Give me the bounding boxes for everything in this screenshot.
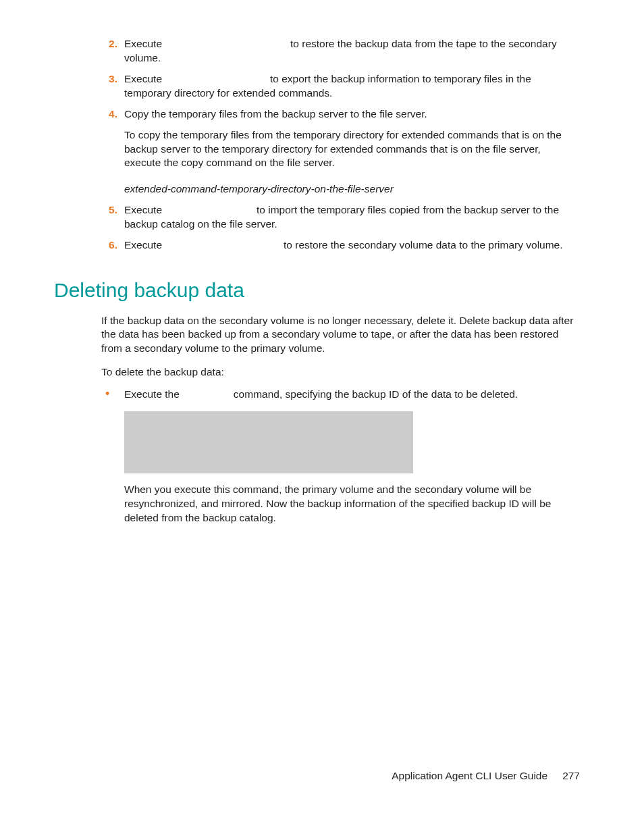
step-text-lead: Execute bbox=[124, 239, 162, 251]
step-text-lead: Execute bbox=[124, 38, 162, 49]
step-text-lead: Execute bbox=[124, 204, 162, 215]
page-number: 277 bbox=[562, 770, 580, 781]
step-text: Copy the temporary files from the backup… bbox=[124, 108, 427, 120]
bullet-icon: • bbox=[105, 388, 109, 400]
bullet-after-paragraph: When you execute this command, the prima… bbox=[124, 483, 580, 525]
step-6: 6. Executeto restore the secondary volum… bbox=[101, 238, 580, 253]
step-paragraph: To copy the temporary files from the tem… bbox=[124, 128, 580, 171]
section-paragraph-2: To delete the backup data: bbox=[101, 365, 580, 380]
step-number: 5. bbox=[101, 203, 117, 217]
step-4: 4. Copy the temporary files from the bac… bbox=[101, 107, 580, 197]
step-text-rest: to import the temporary files copied fro… bbox=[257, 204, 541, 215]
page-footer: Application Agent CLI User Guide277 bbox=[392, 769, 580, 783]
bullet-item: • Execute thecommand, specifying the bac… bbox=[101, 388, 580, 525]
step-text-cont: volume. bbox=[124, 52, 161, 63]
step-2: 2. Executeto restore the backup data fro… bbox=[101, 37, 580, 66]
step-italic-path: extended-command-temporary-directory-on-… bbox=[124, 182, 580, 197]
step-3: 3. Executeto export the backup informati… bbox=[101, 72, 580, 101]
step-number: 2. bbox=[101, 37, 117, 51]
section-paragraph-1: If the backup data on the secondary volu… bbox=[101, 314, 580, 357]
footer-title: Application Agent CLI User Guide bbox=[392, 770, 547, 781]
ordered-steps: 2. Executeto restore the backup data fro… bbox=[54, 37, 580, 253]
step-text-cont: directory for extended commands. bbox=[174, 87, 332, 99]
step-number: 4. bbox=[101, 107, 117, 122]
step-text-rest: to restore the secondary volume data to … bbox=[284, 239, 563, 251]
code-block-placeholder bbox=[124, 411, 413, 473]
bullet-text-lead: Execute the bbox=[124, 388, 180, 400]
step-number: 3. bbox=[101, 72, 117, 86]
section-heading: Deleting backup data bbox=[54, 277, 580, 305]
step-text-rest: to restore the backup data from the tape… bbox=[290, 38, 557, 49]
bullet-list: • Execute thecommand, specifying the bac… bbox=[101, 388, 580, 525]
step-5: 5. Executeto import the temporary files … bbox=[101, 203, 580, 232]
step-number: 6. bbox=[101, 238, 117, 253]
bullet-text-rest: command, specifying the backup ID of the… bbox=[234, 388, 518, 400]
step-text-lead: Execute bbox=[124, 73, 162, 84]
